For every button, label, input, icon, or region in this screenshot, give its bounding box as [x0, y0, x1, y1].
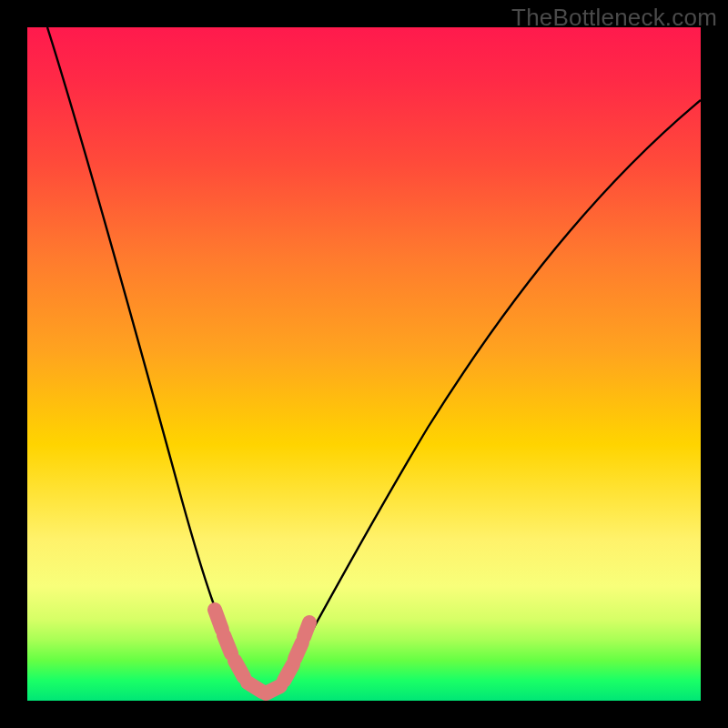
bottleneck-curve — [47, 27, 701, 693]
plot-area — [27, 27, 701, 701]
highlight-dots — [215, 610, 309, 693]
curve-svg — [27, 27, 701, 701]
chart-frame: TheBottleneck.com — [0, 0, 728, 728]
